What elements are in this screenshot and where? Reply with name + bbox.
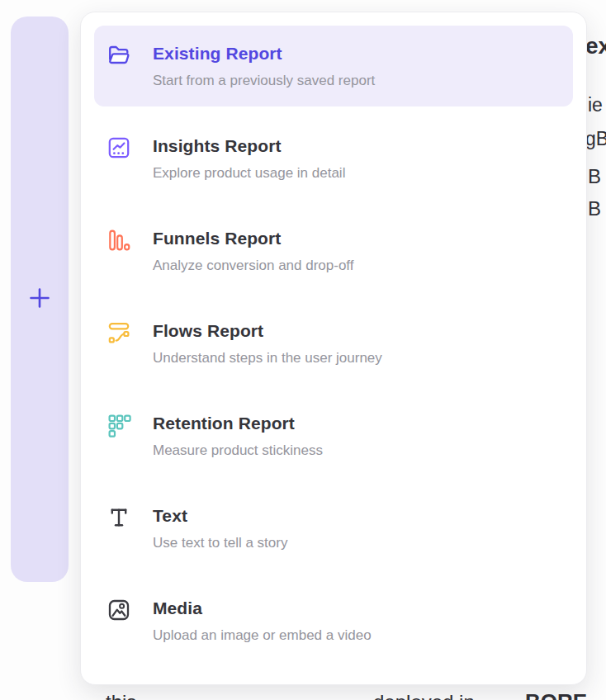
funnel-bars-icon <box>107 228 131 253</box>
retention-grid-icon <box>107 413 131 438</box>
menu-item-subtitle: Analyze conversion and drop-off <box>153 257 354 275</box>
menu-list: Existing Report Start from a previously … <box>94 26 573 661</box>
menu-item-existing-report[interactable]: Existing Report Start from a previously … <box>94 26 573 106</box>
menu-item-subtitle: Explore product usage in detail <box>153 164 345 182</box>
menu-item-subtitle: Measure product stickiness <box>153 442 323 460</box>
background-text-fragment: BORE <box>525 689 587 700</box>
menu-item-subtitle: Understand steps in the user journey <box>153 349 382 367</box>
menu-item-flows-report[interactable]: Flows Report Understand steps in the use… <box>94 303 573 384</box>
menu-item-subtitle: Use text to tell a story <box>153 534 287 552</box>
folder-open-icon <box>107 43 131 68</box>
menu-item-funnels-report[interactable]: Funnels Report Analyze conversion and dr… <box>94 210 573 291</box>
add-card-sidebar[interactable] <box>11 17 69 582</box>
background-text-fragment: deployed in <box>373 691 475 700</box>
menu-item-title: Text <box>153 505 287 527</box>
menu-item-subtitle: Upload an image or embed a video <box>153 627 372 645</box>
menu-item-title: Existing Report <box>153 43 375 64</box>
menu-item-title: Funnels Report <box>153 228 354 249</box>
menu-item-title: Flows Report <box>153 320 382 342</box>
menu-item-retention-report[interactable]: Retention Report Measure product stickin… <box>94 395 573 476</box>
background-text-fragment: gB <box>585 128 606 150</box>
flows-icon <box>107 320 131 345</box>
menu-item-text[interactable]: Text Use text to tell a story <box>94 488 573 569</box>
insights-chart-icon <box>107 135 131 160</box>
media-image-icon <box>107 598 131 622</box>
text-icon <box>107 505 131 530</box>
plus-icon[interactable] <box>27 286 52 314</box>
background-text-fragment: ex <box>585 33 606 59</box>
add-report-menu: Existing Report Start from a previously … <box>80 12 587 685</box>
menu-item-title: Retention Report <box>153 413 323 434</box>
board-canvas: ex ie gB B B this deployed in BORE Exist… <box>0 0 606 700</box>
background-text-fragment: this <box>106 691 136 700</box>
menu-item-title: Media <box>153 598 372 619</box>
background-text-fragment: ie <box>588 94 603 116</box>
menu-item-subtitle: Start from a previously saved report <box>153 72 375 90</box>
background-text-fragment: B <box>588 165 601 188</box>
menu-item-title: Insights Report <box>153 135 345 157</box>
background-text-fragment: B <box>588 197 601 220</box>
menu-item-media[interactable]: Media Upload an image or embed a video <box>94 580 573 661</box>
menu-item-insights-report[interactable]: Insights Report Explore product usage in… <box>94 118 573 199</box>
